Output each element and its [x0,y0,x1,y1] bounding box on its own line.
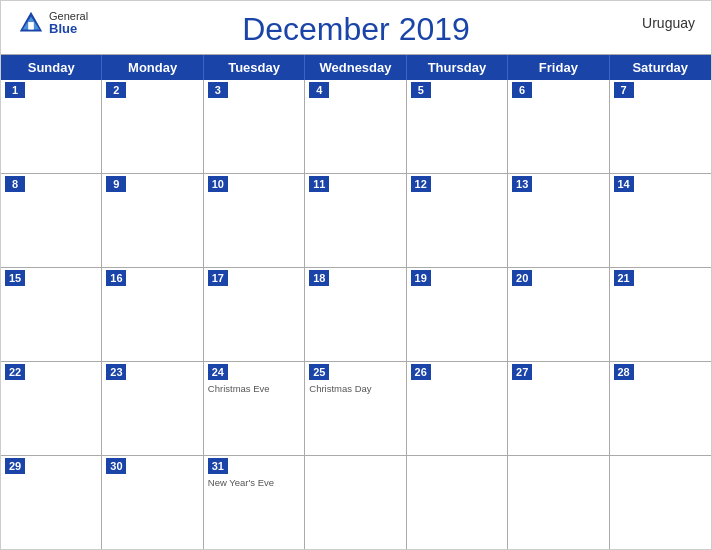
day-number: 2 [106,82,126,98]
event-label: Christmas Day [309,383,401,395]
event-label: Christmas Eve [208,383,300,395]
day-number: 27 [512,364,532,380]
day-cell: 5 [407,80,508,173]
day-cell: 3 [204,80,305,173]
day-number: 17 [208,270,228,286]
day-cell: 28 [610,362,711,455]
day-number: 3 [208,82,228,98]
day-cell: 25Christmas Day [305,362,406,455]
week-row-1: 1234567 [1,80,711,174]
day-number: 31 [208,458,228,474]
header-wednesday: Wednesday [305,55,406,80]
calendar-grid: Sunday Monday Tuesday Wednesday Thursday… [1,54,711,549]
logo-icon [17,9,45,37]
svg-rect-2 [28,22,34,29]
day-number: 15 [5,270,25,286]
day-number: 9 [106,176,126,192]
day-cell: 20 [508,268,609,361]
week-row-3: 15161718192021 [1,268,711,362]
day-number-empty [309,458,329,474]
day-cell [305,456,406,549]
day-headers-row: Sunday Monday Tuesday Wednesday Thursday… [1,55,711,80]
day-number: 16 [106,270,126,286]
calendar-header: General Blue December 2019 Uruguay [1,1,711,54]
day-number: 22 [5,364,25,380]
logo-text: General Blue [49,10,88,36]
day-number: 8 [5,176,25,192]
day-cell: 8 [1,174,102,267]
day-cell: 7 [610,80,711,173]
day-cell: 17 [204,268,305,361]
header-thursday: Thursday [407,55,508,80]
day-number: 25 [309,364,329,380]
country-label: Uruguay [642,15,695,31]
day-cell: 1 [1,80,102,173]
day-cell: 29 [1,456,102,549]
day-cell: 30 [102,456,203,549]
day-cell [610,456,711,549]
header-friday: Friday [508,55,609,80]
day-cell: 14 [610,174,711,267]
calendar-container: General Blue December 2019 Uruguay Sunda… [0,0,712,550]
week-row-5: 293031New Year's Eve [1,456,711,549]
day-number: 5 [411,82,431,98]
day-number: 13 [512,176,532,192]
logo-blue-label: Blue [49,22,88,36]
day-number: 19 [411,270,431,286]
day-number-empty [512,458,532,474]
day-cell: 12 [407,174,508,267]
logo: General Blue [17,9,88,37]
day-cell: 31New Year's Eve [204,456,305,549]
day-cell: 10 [204,174,305,267]
day-cell: 19 [407,268,508,361]
day-number: 24 [208,364,228,380]
day-number: 28 [614,364,634,380]
day-number: 14 [614,176,634,192]
day-cell: 16 [102,268,203,361]
day-cell: 4 [305,80,406,173]
day-number: 4 [309,82,329,98]
day-number: 12 [411,176,431,192]
day-number: 18 [309,270,329,286]
day-cell: 26 [407,362,508,455]
header-monday: Monday [102,55,203,80]
day-number: 20 [512,270,532,286]
day-cell: 9 [102,174,203,267]
event-label: New Year's Eve [208,477,300,489]
day-cell: 6 [508,80,609,173]
header-sunday: Sunday [1,55,102,80]
day-cell: 2 [102,80,203,173]
day-number: 26 [411,364,431,380]
weeks-container: 123456789101112131415161718192021222324C… [1,80,711,549]
day-cell: 24Christmas Eve [204,362,305,455]
day-number: 1 [5,82,25,98]
day-number-empty [411,458,431,474]
day-cell: 11 [305,174,406,267]
day-cell: 22 [1,362,102,455]
day-number-empty [614,458,634,474]
header-tuesday: Tuesday [204,55,305,80]
day-number: 11 [309,176,329,192]
week-row-2: 891011121314 [1,174,711,268]
day-number: 30 [106,458,126,474]
day-number: 23 [106,364,126,380]
header-saturday: Saturday [610,55,711,80]
day-cell: 13 [508,174,609,267]
month-title: December 2019 [242,11,470,48]
day-number: 6 [512,82,532,98]
day-number: 7 [614,82,634,98]
day-cell: 18 [305,268,406,361]
day-cell [407,456,508,549]
day-cell [508,456,609,549]
week-row-4: 222324Christmas Eve25Christmas Day262728 [1,362,711,456]
day-number: 21 [614,270,634,286]
day-number: 29 [5,458,25,474]
day-cell: 21 [610,268,711,361]
day-cell: 23 [102,362,203,455]
day-number: 10 [208,176,228,192]
day-cell: 15 [1,268,102,361]
day-cell: 27 [508,362,609,455]
